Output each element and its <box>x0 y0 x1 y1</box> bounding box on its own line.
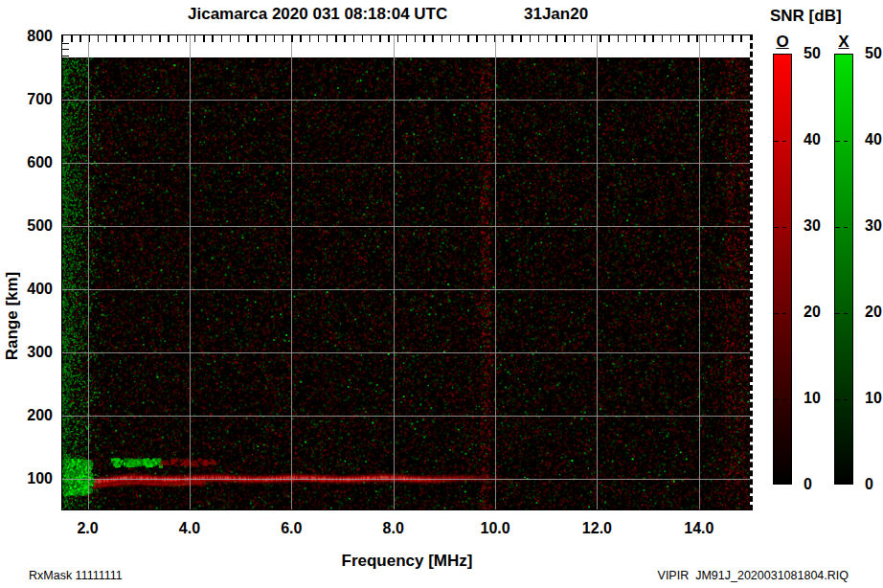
y-tick-label: 700 <box>8 91 53 108</box>
colorbar-tick-dash <box>774 141 786 142</box>
colorbar-tick-label: 0 <box>865 477 883 492</box>
o-mode-colorbar <box>773 54 792 485</box>
y-minor-tick <box>62 56 69 57</box>
colorbar-tick-label: 10 <box>865 391 883 406</box>
x-axis-title: Frequency [MHz] <box>61 552 753 571</box>
x-mode-colorbar <box>834 54 853 485</box>
x-tick-label: 2.0 <box>67 520 109 537</box>
x-mode-label: X <box>834 33 853 52</box>
plot-title: Jicamarca 2020 031 08:18:04 UTC <box>188 5 447 24</box>
colorbar-tick-label: 20 <box>804 305 828 320</box>
colorbar-tick-label: 50 <box>804 46 828 61</box>
rxmask-text: RxMask 11111111 <box>29 569 123 582</box>
x-tick-label: 4.0 <box>169 520 211 537</box>
y-tick-label: 600 <box>8 154 53 171</box>
datafile-text: VIPIR JM91J_2020031081804.RIQ <box>658 569 849 582</box>
y-minor-tick <box>62 43 69 44</box>
colorbar-tick-dash <box>835 141 848 142</box>
colorbar-tick-dash <box>835 399 848 400</box>
colorbar-tick-label: 10 <box>804 391 828 406</box>
colorbar-tick-label: 40 <box>865 132 883 147</box>
colorbar-tick-dash <box>835 227 848 228</box>
colorbar-tick-dash <box>774 313 786 314</box>
y-minor-tick <box>62 49 69 50</box>
x-tick-label: 6.0 <box>270 520 312 537</box>
plot-area <box>61 34 753 510</box>
plot-date: 31Jan20 <box>524 5 588 24</box>
y-tick-label: 200 <box>8 407 53 424</box>
x-tick-label: 12.0 <box>576 520 618 537</box>
y-tick-label: 400 <box>8 281 53 298</box>
y-tick-label: 800 <box>8 28 53 45</box>
colorbar-tick-label: 40 <box>804 132 828 147</box>
y-tick-label: 500 <box>8 217 53 235</box>
colorbar-tick-label: 20 <box>865 305 883 320</box>
colorbar-tick-label: 0 <box>804 477 828 492</box>
y-tick-label: 100 <box>8 470 53 487</box>
colorbar-tick-label: 30 <box>865 218 883 234</box>
ionogram-canvas <box>62 57 750 509</box>
snr-legend-title: SNR [dB] <box>770 7 842 26</box>
x-tick-label: 8.0 <box>373 520 415 537</box>
x-tick-label: 14.0 <box>678 520 720 537</box>
colorbar-tick-label: 50 <box>865 46 883 61</box>
colorbar-tick-dash <box>835 313 848 314</box>
colorbar-tick-dash <box>774 227 786 228</box>
top-frequency-ruler <box>62 35 750 42</box>
o-mode-label: O <box>773 33 792 52</box>
ionogram-page: Jicamarca 2020 031 08:18:04 UTC 31Jan20 … <box>0 0 883 588</box>
colorbar-tick-dash <box>774 399 786 400</box>
x-tick-label: 10.0 <box>474 520 516 537</box>
y-tick-label: 300 <box>8 344 53 361</box>
colorbar-tick-label: 30 <box>804 218 828 234</box>
